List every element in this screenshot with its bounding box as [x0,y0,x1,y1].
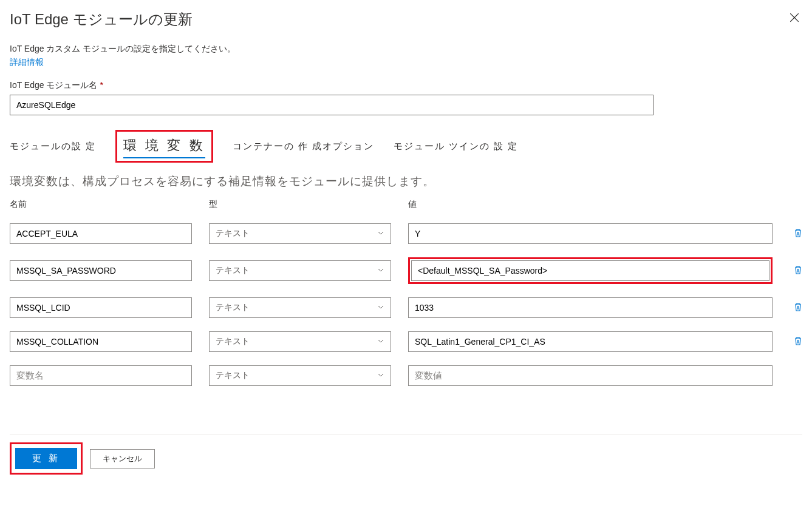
delete-button[interactable] [790,336,807,348]
page-title: IoT Edge モジュールの更新 [10,10,193,29]
env-type-select[interactable]: テキスト [209,223,391,244]
env-type-select[interactable]: テキスト [209,260,391,281]
env-name-input[interactable] [10,260,192,281]
chevron-down-icon [377,371,384,380]
module-name-input[interactable] [10,95,653,115]
env-type-select[interactable]: テキスト [209,297,391,318]
trash-icon [793,302,803,314]
col-header-type: 型 [209,199,391,210]
trash-icon [793,336,803,348]
delete-button[interactable] [790,228,807,240]
chevron-down-icon [377,266,384,276]
tabs: モジュールの設 定 環 境 変 数 コンテナーの 作 成オプション モジュール … [10,130,802,163]
module-name-label: IoT Edge モジュール名* [10,80,802,91]
col-header-value: 値 [408,199,773,210]
env-name-input[interactable] [10,297,192,318]
cancel-button[interactable]: キャンセル [90,449,155,468]
env-type-select[interactable]: テキスト [209,331,391,352]
env-value-input[interactable] [408,223,773,244]
env-value-input-new[interactable] [408,365,773,386]
tab-container-options[interactable]: コンテナーの 作 成オプション [233,138,374,155]
highlight-box: 更 新 [10,442,83,475]
env-name-input[interactable] [10,223,192,244]
more-info-link[interactable]: 詳細情報 [10,57,44,68]
env-value-input[interactable] [408,331,773,352]
env-value-input[interactable] [408,297,773,318]
chevron-down-icon [377,337,384,347]
col-header-name: 名前 [10,199,192,210]
update-button[interactable]: 更 新 [15,448,77,469]
chevron-down-icon [377,303,384,313]
trash-icon [793,265,803,277]
delete-button[interactable] [790,302,807,314]
highlight-box [408,257,773,284]
description-text: IoT Edge カスタム モジュールの設定を指定してください。 [10,44,802,55]
tab-module-settings[interactable]: モジュールの設 定 [10,138,96,155]
tab-env-vars[interactable]: 環 境 変 数 [123,134,205,158]
env-type-select[interactable]: テキスト [209,365,391,386]
close-button[interactable] [786,10,802,27]
close-icon [789,16,800,25]
env-value-input[interactable] [411,260,769,281]
env-name-input-new[interactable] [10,365,192,386]
tab-module-twin[interactable]: モジュール ツインの 設 定 [394,138,519,155]
env-description: 環境変数は、構成プロセスを容易にする補足情報をモジュールに提供します。 [10,174,802,189]
highlight-box: 環 境 変 数 [115,130,213,163]
delete-button[interactable] [790,265,807,277]
chevron-down-icon [377,229,384,238]
trash-icon [793,228,803,240]
env-name-input[interactable] [10,331,192,352]
